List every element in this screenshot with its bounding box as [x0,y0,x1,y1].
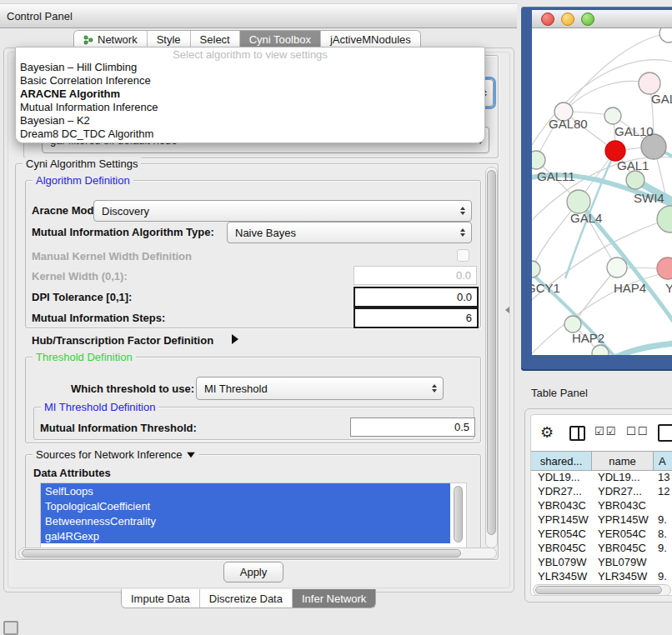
data-attributes-label: Data Attributes [33,467,111,479]
network-node-label: Y [665,281,672,295]
collapse-arrow-icon[interactable] [187,452,195,457]
network-node-label: HAP4 [614,281,646,295]
columns-icon[interactable] [569,426,585,441]
close-traffic-light[interactable] [541,12,554,26]
data-attributes-list[interactable]: SelfLoops TopologicalCoefficient Between… [40,482,467,548]
tab-infer-network[interactable]: Infer Network [293,589,375,608]
table-mode-icon[interactable] [658,424,672,442]
table-horizontal-scrollbar-thumb[interactable] [535,586,662,594]
dpi-tolerance-field[interactable]: 0.0 [354,287,479,308]
sources-title-text: Sources for Network Inference [36,448,183,461]
minimize-traffic-light[interactable] [561,12,574,26]
settings-horizontal-scrollbar[interactable] [18,548,497,559]
settings-vertical-scrollbar[interactable] [485,167,498,548]
list-item[interactable]: BetweennessCentrality [41,513,450,528]
cell: YDR27... [531,485,592,498]
tab-network[interactable]: Network [74,31,148,48]
table-row[interactable]: YDL19...YDL19...13 [531,470,672,484]
deselect-all-checkboxes-icon[interactable]: ☐☐ [626,425,649,438]
mi-type-select[interactable]: Naive Bayes [227,222,472,243]
tab-discretize-data[interactable]: Discretize Data [200,589,293,608]
popup-item-dream8[interactable]: Dream8 DC_TDC Algorithm [16,128,484,141]
tab-discretize-data-label: Discretize Data [209,592,283,605]
tab-style-label: Style [157,33,181,46]
table-row[interactable]: YBR045CYBR045C9. [531,541,672,555]
table-row[interactable]: YPR145WYPR145W9. [531,512,672,527]
tab-select[interactable]: Select [191,31,240,48]
cell: YER054C [531,528,592,540]
zoom-traffic-light[interactable] [581,12,594,26]
table-row[interactable]: YBR043CYBR043C [531,498,672,512]
tab-cyni-toolbox[interactable]: Cyni Toolbox [240,31,321,48]
popup-item-bayesian-hill-climbing[interactable]: Bayesian – Hill Climbing [16,61,484,74]
mi-threshold-field[interactable]: 0.5 [350,418,475,437]
cyni-settings-title: Cyni Algorithm Settings [23,158,141,170]
network-node[interactable] [657,206,672,232]
tab-network-label: Network [98,33,138,46]
aracne-mode-select[interactable]: Discovery [93,200,472,222]
table-header-row: shared... name A [531,451,672,471]
popup-item-mutual-information[interactable]: Mutual Information Inference [16,101,484,114]
tab-jactivemnodules[interactable]: jActiveMNodules [321,31,420,48]
network-node[interactable] [567,190,590,213]
tab-impute-data[interactable]: Impute Data [122,589,200,608]
column-header-shared-name[interactable]: shared... [531,452,592,470]
mi-type-value: Naive Bayes [228,227,296,239]
column-header-partial[interactable]: A [654,452,672,470]
cell: YPR145W [531,513,592,526]
network-node[interactable] [564,316,581,332]
table-row[interactable]: YER054CYER054C8. [531,527,672,541]
kernel-width-label: Kernel Width (0,1): [32,270,128,282]
list-item[interactable]: TopologicalCoefficient [41,498,450,513]
network-node[interactable] [657,258,672,279]
network-node[interactable] [532,151,545,169]
kernel-width-field[interactable]: 0.0 [354,266,477,285]
gear-icon[interactable]: ⚙ [540,423,554,442]
table-row[interactable]: YLR345WYLR345W9. [531,569,672,583]
control-panel-title: Control Panel [7,10,73,22]
tab-impute-data-label: Impute Data [131,592,190,605]
list-scrollbar-thumb[interactable] [454,486,463,542]
network-node-label: GAL80 [549,117,588,131]
table-panel-inner: ⚙ ☑☑ ☐☐ shared... name A YDL19...YDL19..… [530,414,672,596]
popup-item-bayesian-k2[interactable]: Bayesian – K2 [16,114,484,128]
table-row[interactable]: YDR27...YDR27...12 [531,484,672,498]
cell: YLR345W [592,570,654,582]
cell: YDR27... [592,485,654,498]
mi-steps-label: Mutual Information Steps: [32,312,165,324]
cell: YDL19... [531,471,592,483]
network-node[interactable] [659,28,672,42]
table-row[interactable]: YBL079WYBL079W [531,555,672,569]
expand-arrow-icon[interactable] [232,334,238,344]
settings-horizontal-scrollbar-thumb[interactable] [22,549,461,558]
network-canvas[interactable]: GAL GAL80 GAL10 GAL1 GAL11 SWI4 GAL4 GCY… [532,28,672,355]
minimized-panel-icon[interactable] [3,621,18,635]
network-node[interactable] [604,108,621,124]
popup-item-aracne[interactable]: ARACNE Algorithm [16,88,484,101]
which-threshold-value: MI Threshold [197,382,268,395]
settings-vertical-scrollbar-thumb[interactable] [487,170,496,535]
list-item[interactable]: gal4RGexp [41,528,450,543]
mi-threshold-label: Mutual Information Threshold: [40,422,197,434]
bottom-tabbar: Impute Data Discretize Data Infer Networ… [121,589,376,608]
cell: YPR145W [592,513,654,526]
table-horizontal-scrollbar[interactable] [533,584,671,596]
cell: YER054C [592,528,654,540]
mi-steps-field[interactable]: 6 [354,308,479,328]
apply-button[interactable]: Apply [223,562,283,582]
dpi-tolerance-label: DPI Tolerance [0,1]: [32,291,132,303]
tab-style[interactable]: Style [148,31,191,48]
manual-kernel-checkbox[interactable] [457,249,469,262]
network-node[interactable] [532,261,540,278]
sources-title: Sources for Network Inference [33,448,199,461]
list-item[interactable]: SelfLoops [41,483,450,498]
column-header-name[interactable]: name [592,452,654,470]
network-node-label: GAL1 [617,158,649,172]
network-node[interactable] [607,258,627,278]
which-threshold-select[interactable]: MI Threshold [196,377,444,400]
network-node[interactable] [626,171,644,189]
cell: YBR043C [592,499,654,512]
popup-item-basic-correlation[interactable]: Basic Correlation Inference [16,74,484,88]
select-all-checkboxes-icon[interactable]: ☑☑ [594,425,617,438]
splitpane-collapse-arrow[interactable] [505,307,509,313]
